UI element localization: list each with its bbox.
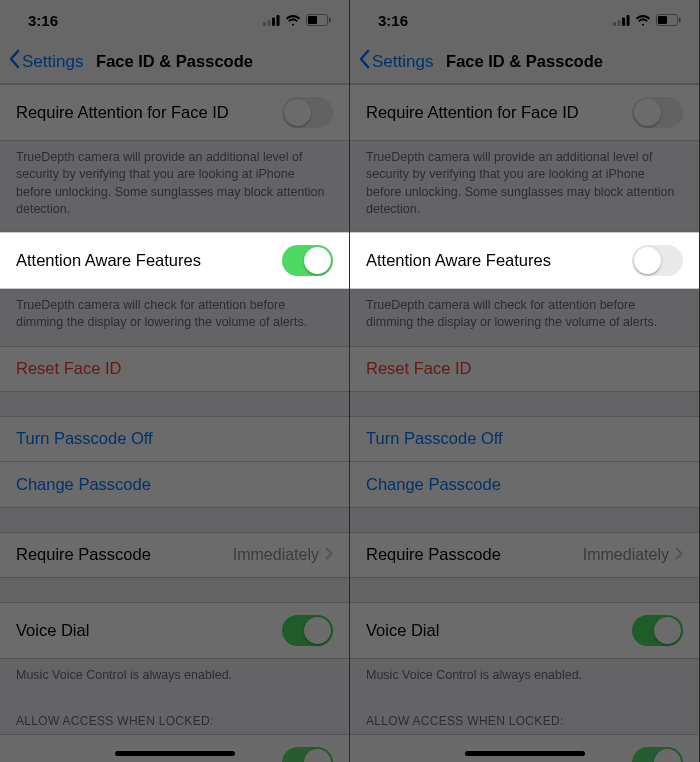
status-time: 3:16 [378,12,408,29]
svg-rect-3 [277,15,280,26]
require-attention-label: Require Attention for Face ID [366,103,632,122]
nav-title: Face ID & Passcode [446,52,603,71]
svg-rect-12 [658,16,667,24]
reset-face-id-row[interactable]: Reset Face ID [350,346,699,392]
allow-access-first-row[interactable] [0,734,349,762]
cellular-signal-icon [263,15,280,26]
require-attention-row[interactable]: Require Attention for Face ID [0,84,349,141]
require-attention-footer: TrueDepth camera will provide an additio… [350,141,699,232]
attention-aware-highlight: Attention Aware Features [0,232,349,289]
voice-dial-footer: Music Voice Control is always enabled. [0,659,349,698]
status-bar: 3:16 [350,0,699,40]
settings-content: Require Attention for Face ID TrueDepth … [350,84,699,762]
phone-screenshot-left: 3:16 Settings Face ID & Passcode Require… [0,0,350,762]
attention-aware-footer: TrueDepth camera will check for attentio… [0,289,349,346]
require-attention-row[interactable]: Require Attention for Face ID [350,84,699,141]
nav-title: Face ID & Passcode [96,52,253,71]
reset-face-id-label: Reset Face ID [366,359,683,378]
home-indicator[interactable] [465,751,585,756]
reset-face-id-label: Reset Face ID [16,359,333,378]
require-attention-footer: TrueDepth camera will provide an additio… [0,141,349,232]
wifi-icon [635,15,651,26]
allow-access-first-toggle[interactable] [632,747,683,762]
voice-dial-toggle[interactable] [282,615,333,646]
require-passcode-row[interactable]: Require Passcode Immediately [0,532,349,578]
voice-dial-label: Voice Dial [16,621,282,640]
svg-rect-0 [263,22,266,26]
require-attention-toggle[interactable] [282,97,333,128]
reset-face-id-row[interactable]: Reset Face ID [0,346,349,392]
change-passcode-row[interactable]: Change Passcode [0,462,349,508]
battery-icon [306,14,331,26]
svg-rect-2 [272,17,275,26]
svg-rect-6 [329,18,331,23]
turn-passcode-off-row[interactable]: Turn Passcode Off [0,416,349,462]
cellular-signal-icon [613,15,630,26]
settings-content: Require Attention for Face ID TrueDepth … [0,84,349,762]
home-indicator[interactable] [115,751,235,756]
require-attention-label: Require Attention for Face ID [16,103,282,122]
change-passcode-row[interactable]: Change Passcode [350,462,699,508]
chevron-left-icon [358,49,370,74]
allow-access-header: Allow Access When Locked: [0,698,349,734]
change-passcode-label: Change Passcode [366,475,683,494]
attention-aware-footer: TrueDepth camera will check for attentio… [350,289,699,346]
svg-rect-7 [613,22,616,26]
svg-rect-1 [268,20,271,26]
attention-aware-row[interactable]: Attention Aware Features [0,232,349,289]
voice-dial-toggle[interactable] [632,615,683,646]
phone-screenshot-right: 3:16 Settings Face ID & Passcode Require… [350,0,700,762]
require-passcode-label: Require Passcode [16,545,233,564]
allow-access-header: Allow Access When Locked: [350,698,699,734]
status-right [263,14,331,26]
allow-access-first-toggle[interactable] [282,747,333,762]
nav-bar: Settings Face ID & Passcode [350,40,699,84]
attention-aware-toggle[interactable] [632,245,683,276]
change-passcode-label: Change Passcode [16,475,333,494]
svg-rect-9 [622,17,625,26]
turn-passcode-off-row[interactable]: Turn Passcode Off [350,416,699,462]
svg-rect-5 [308,16,317,24]
chevron-right-icon [325,546,333,563]
voice-dial-row[interactable]: Voice Dial [350,602,699,659]
chevron-left-icon [8,49,20,74]
back-label: Settings [372,52,433,72]
nav-bar: Settings Face ID & Passcode [0,40,349,84]
require-passcode-value: Immediately [233,546,319,564]
require-passcode-row[interactable]: Require Passcode Immediately [350,532,699,578]
svg-rect-8 [618,20,621,26]
back-button[interactable]: Settings [358,49,433,74]
attention-aware-label: Attention Aware Features [366,251,632,270]
turn-passcode-off-label: Turn Passcode Off [16,429,333,448]
attention-aware-label: Attention Aware Features [16,251,282,270]
status-right [613,14,681,26]
allow-access-first-row[interactable] [350,734,699,762]
status-bar: 3:16 [0,0,349,40]
voice-dial-row[interactable]: Voice Dial [0,602,349,659]
chevron-right-icon [675,546,683,563]
battery-icon [656,14,681,26]
attention-aware-highlight: Attention Aware Features [350,232,699,289]
status-time: 3:16 [28,12,58,29]
wifi-icon [285,15,301,26]
svg-rect-10 [627,15,630,26]
voice-dial-label: Voice Dial [366,621,632,640]
voice-dial-footer: Music Voice Control is always enabled. [350,659,699,698]
require-attention-toggle[interactable] [632,97,683,128]
svg-rect-13 [679,18,681,23]
back-button[interactable]: Settings [8,49,83,74]
attention-aware-toggle[interactable] [282,245,333,276]
require-passcode-label: Require Passcode [366,545,583,564]
turn-passcode-off-label: Turn Passcode Off [366,429,683,448]
attention-aware-row[interactable]: Attention Aware Features [350,232,699,289]
require-passcode-value: Immediately [583,546,669,564]
back-label: Settings [22,52,83,72]
